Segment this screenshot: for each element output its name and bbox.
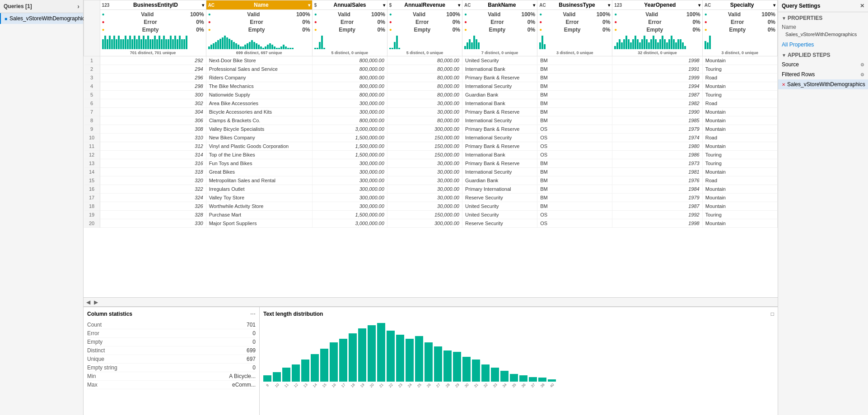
bar-label: 32: [483, 383, 489, 388]
table-cell: Mountain: [702, 82, 777, 91]
step-gear-icon-1[interactable]: ⚙: [860, 72, 864, 77]
table-row[interactable]: 5300Nationwide Supply800,000.0080,000.00…: [84, 91, 778, 99]
bar-chart-col: 9: [263, 375, 271, 387]
table-row[interactable]: 9308Valley Bicycle Specialists3,000,000.…: [84, 125, 778, 134]
scroll-left-button[interactable]: ◀: [85, 299, 91, 305]
table-row[interactable]: 20330Major Sport Suppliers3,000,000.0030…: [84, 219, 778, 228]
table-cell: 1981: [612, 168, 702, 176]
row-num-cell: 5: [84, 91, 100, 99]
table-cell: 80,000.00: [387, 82, 462, 91]
col-header-top-YearOpened[interactable]: 123YearOpened▾: [612, 0, 702, 10]
table-row[interactable]: 8306Clamps & Brackets Co.800,000.0080,00…: [84, 116, 778, 125]
table-row[interactable]: 2294Professional Sales and Service800,00…: [84, 65, 778, 74]
bar-chart-col: 23: [396, 335, 404, 387]
col-filter-Specialty[interactable]: ▾: [773, 3, 775, 8]
mini-bar-Name: [226, 37, 228, 50]
collapse-queries-button[interactable]: ›: [77, 3, 79, 10]
quality-empty-pct-Name: 0%: [302, 26, 310, 34]
table-cell: Major Sport Suppliers: [206, 219, 312, 228]
col-header-top-AnnualRevenue[interactable]: $AnnualRevenue▾: [387, 0, 462, 10]
table-cell: 1982: [612, 99, 702, 108]
col-filter-AnnualRevenue[interactable]: ▾: [458, 3, 460, 8]
col-header-top-AnnualSales[interactable]: $AnnualSales▾: [313, 0, 387, 10]
bottom-panel: Column statistics ⋯ Count701Error0Empty0…: [84, 307, 778, 415]
table-row[interactable]: 12314Top of the Line Bikes1,500,000.0015…: [84, 151, 778, 159]
table-row[interactable]: 17324Valley Toy Store300,000.0030,000.00…: [84, 194, 778, 202]
mini-bar-Name: [260, 46, 262, 50]
table-cell: Riders Company: [206, 74, 312, 82]
col-header-top-BankName[interactable]: ACBankName▾: [462, 0, 537, 10]
table-cell: Primary Bank & Reserve: [462, 159, 537, 168]
col-header-top-BusinessEntityID[interactable]: 123BusinessEntityID▾: [100, 0, 206, 10]
mini-chart-Name: [206, 34, 312, 50]
bar-chart-col: 12: [292, 364, 300, 387]
table-cell: 300,000.00: [312, 194, 387, 202]
properties-label: PROPERTIES: [788, 15, 822, 21]
bar-chart-col: 26: [425, 342, 433, 387]
table-row[interactable]: 6302Area Bike Accessories300,000.0030,00…: [84, 99, 778, 108]
mini-bar-Name: [276, 48, 278, 49]
step-item-Source[interactable]: Source⚙: [778, 60, 868, 69]
quality-indicators-AnnualSales: ●Valid100%●Error0%●Empty0%: [313, 10, 387, 34]
table-row[interactable]: 19328Purchase Mart1,500,000.00150,000.00…: [84, 211, 778, 219]
query-item-sales[interactable]: ■ Sales_vStoreWithDemographics: [0, 13, 83, 24]
quality-indicators-BusinessEntityID: ●Valid100%●Error0%●Empty0%: [100, 10, 206, 34]
close-panel-button[interactable]: ✕: [860, 3, 864, 9]
quality-empty-pct-Specialty: 0%: [768, 26, 775, 34]
table-cell: Touring: [702, 159, 777, 168]
mini-bar-BankName: [476, 39, 477, 50]
stats-row: Distinct699: [87, 346, 256, 355]
row-num-cell: 20: [84, 219, 100, 228]
quality-valid-pct-YearOpened: 100%: [686, 11, 700, 18]
mini-bar-BusinessEntityID: [168, 39, 169, 50]
col-header-top-Name[interactable]: ACName▾: [206, 0, 312, 10]
mini-bar-BusinessEntityID: [165, 39, 167, 50]
table-row[interactable]: 18326Worthwhile Activity Store300,000.00…: [84, 202, 778, 211]
bar-chart-bar: [510, 374, 518, 382]
mini-bar-BusinessEntityID: [131, 39, 133, 50]
table-row[interactable]: 10310New Bikes Company1,500,000.00150,00…: [84, 134, 778, 142]
table-row[interactable]: 4298The Bike Mechanics800,000.0080,000.0…: [84, 82, 778, 91]
col-header-top-Specialty[interactable]: ACSpecialty▾: [703, 0, 777, 10]
table-row[interactable]: 1292Next-Door Bike Store800,000.0080,000…: [84, 56, 778, 65]
mini-bar-BusinessEntityID: [179, 36, 181, 49]
table-row[interactable]: 11312Vinyl and Plastic Goods Corporation…: [84, 142, 778, 151]
dist-expand-button[interactable]: □: [771, 311, 774, 317]
col-filter-BusinessType[interactable]: ▾: [608, 3, 610, 8]
table-row[interactable]: 13316Fun Toys and Bikes300,000.0030,000.…: [84, 159, 778, 168]
table-row[interactable]: 7304Bicycle Accessories and Kits300,000.…: [84, 108, 778, 116]
table-row[interactable]: 14318Great Bikes300,000.0030,000.00Inter…: [84, 168, 778, 176]
col-filter-YearOpened[interactable]: ▾: [698, 3, 700, 8]
row-num-cell: 8: [84, 116, 100, 125]
quality-valid-BusinessEntityID: ●Valid100%: [102, 11, 204, 18]
grid-scroll[interactable]: 123BusinessEntityID▾●Valid100%●Error0%●E…: [84, 0, 778, 297]
col-filter-Name[interactable]: ▾: [308, 3, 310, 8]
table-cell: 322: [100, 185, 206, 194]
table-row[interactable]: 15320Metropolitan Sales and Rental300,00…: [84, 176, 778, 185]
table-cell: 300,000.00: [312, 202, 387, 211]
table-cell: BM: [537, 91, 612, 99]
table-cell: 800,000.00: [312, 65, 387, 74]
row-num-cell: 16: [84, 185, 100, 194]
col-header-Name: ACName▾●Valid100%●Error0%●Empty0%699 dis…: [206, 0, 312, 56]
col-filter-BusinessEntityID[interactable]: ▾: [202, 3, 204, 8]
step-item-Filtered-Rows[interactable]: Filtered Rows⚙: [778, 69, 868, 79]
quality-empty-YearOpened: ●Empty0%: [614, 26, 700, 34]
all-properties-link[interactable]: All Properties: [782, 42, 814, 48]
step-gear-icon-0[interactable]: ⚙: [860, 62, 864, 67]
col-header-top-BusinessType[interactable]: ACBusinessType▾: [537, 0, 612, 10]
col-filter-AnnualSales[interactable]: ▾: [383, 3, 385, 8]
table-row[interactable]: 16322Irregulars Outlet300,000.0030,000.0…: [84, 185, 778, 194]
col-filter-BankName[interactable]: ▾: [533, 3, 535, 8]
col-type-icon-AnnualRevenue: $: [389, 3, 392, 8]
mini-bar-YearOpened: [625, 36, 627, 49]
table-cell: 1973: [612, 159, 702, 168]
bar-chart-bar: [330, 342, 338, 382]
table-row[interactable]: 3296Riders Company800,000.0080,000.00Pri…: [84, 74, 778, 82]
step-delete-icon-2[interactable]: ✕: [782, 82, 785, 87]
name-prop-row: Name Sales_vStoreWithDemographics: [778, 23, 868, 40]
bar-chart-col: 22: [387, 331, 395, 387]
step-item-Sales_vStoreWithDemographics[interactable]: ✕Sales_vStoreWithDemographics: [778, 79, 868, 89]
scroll-right-button[interactable]: ▶: [93, 299, 99, 305]
stats-menu-button[interactable]: ⋯: [250, 311, 256, 317]
